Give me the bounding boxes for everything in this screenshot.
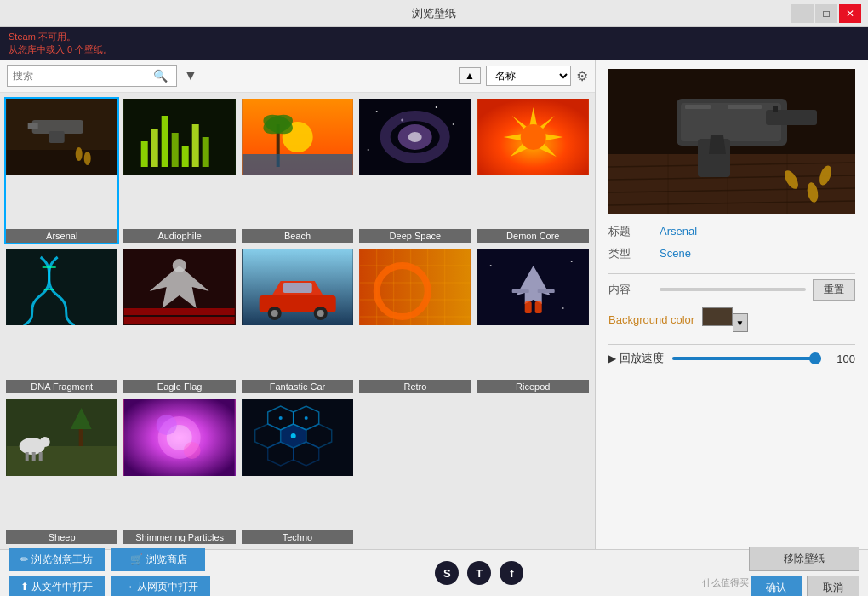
reset-button[interactable]: 重置 [813,279,855,301]
svg-point-79 [157,415,177,435]
svg-point-66 [562,307,563,309]
play-button[interactable]: ▶ [608,352,616,364]
bg-color-row: Background color ▼ [608,307,855,333]
divider1 [608,273,855,274]
watermark: 什么值得买 [702,576,749,589]
settings-button[interactable]: ⚙ [576,68,588,84]
speed-slider-container [672,350,821,367]
filter-button[interactable]: ▼ [184,68,197,83]
svg-point-29 [408,132,422,142]
svg-rect-106 [685,105,711,109]
search-input[interactable] [13,70,153,82]
search-button[interactable]: 🔍 [153,69,168,83]
type-label: 类型 [608,246,660,261]
speed-slider-fill [672,357,821,360]
divider2 [608,344,855,345]
svg-rect-20 [242,154,352,175]
type-value: Scene [660,247,691,260]
speed-slider-track [672,357,821,360]
wallpaper-item-shimmering[interactable]: Shimmering Particles [122,398,237,546]
wallpaper-item-deepspace[interactable]: Deep Space [357,97,472,245]
svg-point-65 [570,261,572,262]
browse-store-button[interactable]: 🛒 浏览商店 [111,548,205,571]
wallpaper-item-fantasticcar[interactable]: Fantastic Car [240,247,355,395]
title-label: 标题 [608,224,660,239]
right-panel: 标题 Arsenal 类型 Scene 内容 重置 Background col… [596,60,868,550]
color-dropdown-button[interactable]: ▼ [733,313,748,332]
browse-workshop-button[interactable]: ✏ 浏览创意工坊 [9,548,105,571]
wallpaper-item-arsenal[interactable]: Arsenal [4,97,119,245]
wallpaper-grid: Arsenal Audiophile [0,93,595,550]
wallpaper-item-retro[interactable]: Retro [357,247,472,395]
bg-color-label: Background color [608,313,702,326]
speed-slider-thumb[interactable] [809,352,821,364]
color-swatch[interactable]: ▼ [702,307,748,333]
svg-rect-12 [182,146,189,167]
type-info-row: 类型 Scene [608,246,855,261]
main-content: 🔍 ▼ ▲ 名称 类型 日期 ⚙ [0,60,868,550]
bottom-left-buttons: ✏ 浏览创意工坊 🛒 浏览商店 ⬆ 从文件中打开 → 从网页中打开 [9,548,210,597]
remove-wallpaper-button[interactable]: 移除壁纸 [749,547,859,571]
svg-point-6 [84,152,91,165]
wallpaper-label-retro: Retro [359,380,471,393]
svg-rect-47 [283,283,311,293]
svg-rect-33 [7,249,117,325]
window-controls: ─ □ ✕ [791,4,861,23]
content-label: 内容 [608,282,660,297]
svg-point-90 [304,416,307,420]
wallpaper-item-dnafragment[interactable]: DNA Fragment [4,247,119,395]
search-box: 🔍 [7,65,177,87]
wallpaper-label-deepspace: Deep Space [359,229,471,243]
svg-point-46 [317,310,323,317]
top-button-row: ✏ 浏览创意工坊 🛒 浏览商店 [9,548,210,571]
open-file-button[interactable]: ⬆ 从文件中打开 [9,576,105,597]
wallpaper-label-demoncore: Demon Core [477,229,589,243]
window-title: 浏览壁纸 [412,6,456,21]
svg-point-26 [368,149,369,151]
close-button[interactable]: ✕ [839,4,861,23]
svg-rect-103 [766,110,817,125]
svg-point-38 [173,259,186,272]
svg-rect-107 [773,106,778,112]
steam-error-line2: 从您库中载入 0 个壁纸。 [9,43,859,56]
svg-rect-40 [124,317,235,324]
confirm-cancel-row: 确认 取消 [751,576,859,597]
svg-rect-105 [728,105,762,109]
steam-error-banner: Steam 不可用。 从您库中载入 0 个壁纸。 [0,27,868,60]
wallpaper-label-audiophile: Audiophile [123,229,235,243]
wallpaper-item-eagleflag[interactable]: Eagle Flag [122,247,237,395]
title-bar: 浏览壁纸 ─ □ ✕ [0,0,868,27]
wallpaper-item-audiophile[interactable]: Audiophile [122,97,237,245]
restore-button[interactable]: □ [815,4,837,23]
wallpaper-item-techno[interactable]: Techno [240,398,355,546]
svg-point-80 [184,442,201,459]
wallpaper-label-techno: Techno [242,530,353,544]
svg-point-89 [278,416,282,420]
title-info-row: 标题 Arsenal [608,224,855,239]
facebook-social-icon[interactable]: f [500,561,523,585]
cancel-button[interactable]: 取消 [807,576,859,597]
svg-rect-39 [124,308,235,315]
svg-point-44 [271,310,277,317]
minimize-button[interactable]: ─ [791,4,814,23]
svg-rect-9 [151,129,158,167]
wallpaper-label-arsenal: Arsenal [6,229,117,243]
social-icons: S T f [435,561,523,585]
confirm-button[interactable]: 确认 [751,576,802,597]
svg-point-91 [290,433,295,438]
wallpaper-label-sheep: Sheep [6,530,117,544]
steam-social-icon[interactable]: S [435,561,459,585]
twitter-social-icon[interactable]: T [467,561,491,585]
wallpaper-item-ricepod[interactable]: Ricepod [476,247,591,395]
svg-rect-63 [537,289,554,293]
sort-select[interactable]: 名称 类型 日期 [486,66,571,86]
wallpaper-item-beach[interactable]: Beach [240,97,355,245]
svg-rect-73 [26,452,29,461]
svg-rect-10 [162,116,168,167]
wallpaper-item-demoncore[interactable]: Demon Core [476,97,591,245]
wallpaper-item-sheep[interactable]: Sheep [4,398,119,546]
sort-arrow-button[interactable]: ▲ [459,67,481,84]
svg-rect-75 [39,452,43,461]
svg-rect-3 [49,131,65,143]
open-web-button[interactable]: → 从网页中打开 [111,576,209,597]
